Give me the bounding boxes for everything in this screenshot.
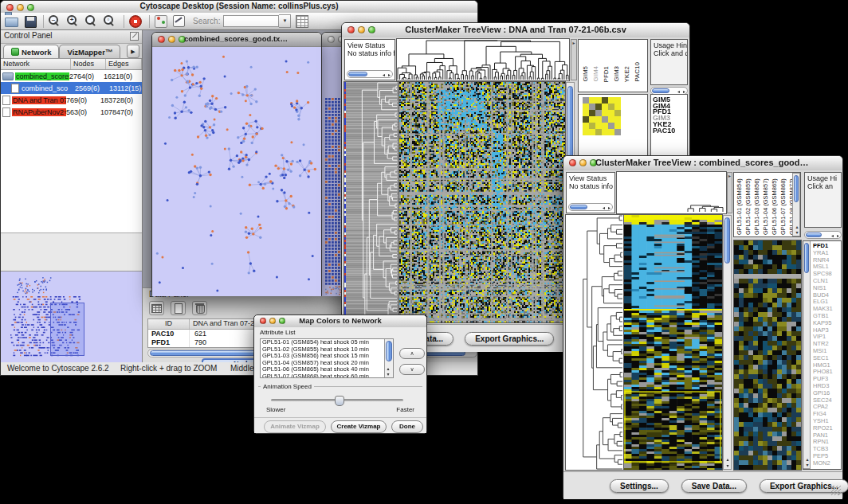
column-label[interactable]: GIM5 bbox=[582, 66, 590, 82]
column-label[interactable]: PFD1 bbox=[603, 66, 610, 82]
network-row[interactable]: DNA and Tran 07 769(0) 183728(0) bbox=[1, 94, 142, 106]
column-label[interactable]: GPL51-06 (GSM865) bbox=[771, 174, 779, 235]
splitter[interactable]: ▸ bbox=[727, 172, 732, 213]
network-row[interactable]: combined_sco 2569(6) 13112(15) bbox=[1, 82, 142, 94]
close-icon[interactable] bbox=[328, 36, 335, 43]
splitter[interactable]: ▸ bbox=[571, 39, 577, 80]
column-label[interactable]: PAC10 bbox=[634, 62, 642, 82]
scrollbar-thumb[interactable] bbox=[386, 341, 392, 361]
column-labels: GPL51-01 (GSM854)GPL51-02 (GSM855)GPL51-… bbox=[736, 174, 796, 235]
scrollbar-thumb[interactable] bbox=[570, 205, 587, 209]
column-label[interactable]: GPL51-02 (GSM855) bbox=[744, 174, 752, 235]
control-panel-title: Control Panel bbox=[4, 31, 53, 40]
select-attributes-icon[interactable] bbox=[149, 301, 164, 315]
column-dendrogram[interactable] bbox=[617, 172, 726, 213]
gene-label[interactable]: MON2 bbox=[813, 460, 833, 467]
scrollbar-thumb[interactable] bbox=[348, 72, 367, 76]
network-row[interactable]: combined_scores 2764(0) 16218(0) bbox=[1, 70, 142, 82]
birdseye-view[interactable] bbox=[1, 271, 142, 362]
similarity-matrix[interactable] bbox=[583, 97, 621, 135]
zoom-out-icon[interactable]: – bbox=[49, 14, 63, 28]
speed-slider[interactable] bbox=[271, 399, 403, 401]
treeview-button[interactable]: Export Graphics... bbox=[465, 332, 554, 346]
vizmapper-icon[interactable] bbox=[155, 14, 169, 28]
attribute-table-icon[interactable] bbox=[296, 14, 310, 28]
help-icon[interactable] bbox=[129, 14, 143, 28]
heatmap[interactable] bbox=[624, 215, 722, 470]
zoom-heatmap[interactable] bbox=[734, 240, 801, 470]
row-dendrogram[interactable] bbox=[344, 82, 398, 322]
column-dendrogram[interactable] bbox=[397, 39, 569, 80]
network-canvas[interactable] bbox=[152, 47, 321, 296]
labels-scrollbar[interactable]: ▴▾ bbox=[792, 173, 800, 236]
resize-grip[interactable] bbox=[831, 486, 841, 495]
save-session-icon[interactable] bbox=[23, 14, 37, 28]
list-scrollbar[interactable]: ▴▾ bbox=[384, 339, 393, 377]
attribute-list[interactable]: GPL51-01 (GSM854) heat shock 05 minGPL51… bbox=[260, 338, 394, 378]
search-input[interactable] bbox=[223, 15, 279, 27]
column-label[interactable]: GPL51-03 (GSM856) bbox=[753, 174, 761, 235]
slider-thumb[interactable] bbox=[335, 396, 344, 406]
new-attribute-icon[interactable] bbox=[171, 301, 186, 315]
scrollbar-thumb[interactable] bbox=[652, 88, 669, 93]
zoom-in-icon[interactable]: + bbox=[67, 14, 81, 28]
tab-vizmapper[interactable]: VizMapper™ bbox=[59, 45, 120, 58]
column-label[interactable]: GPL51-04 (GSM857) bbox=[762, 174, 770, 235]
scrollbar-thumb[interactable] bbox=[804, 243, 809, 273]
scrollbar-thumb[interactable] bbox=[724, 217, 730, 264]
treeview2-title-bar[interactable]: ClusterMaker TreeView : combined_scores_… bbox=[563, 156, 842, 171]
done-button[interactable]: Done bbox=[391, 420, 423, 433]
attribute-item[interactable]: GPL51-07 (GSM868) heat shock 60 min bbox=[261, 373, 393, 378]
control-panel: Control Panel Network VizMapper™ ▶ Netwo… bbox=[1, 30, 143, 362]
zoom-selected-icon[interactable] bbox=[85, 14, 100, 28]
tab-overflow-icon[interactable]: ▶ bbox=[127, 45, 139, 58]
network-icon bbox=[2, 107, 10, 117]
treeview1-title-bar[interactable]: ClusterMaker TreeView : DNA and Tran 07-… bbox=[342, 23, 689, 38]
float-panel-icon[interactable] bbox=[130, 32, 139, 41]
delete-attribute-icon[interactable] bbox=[192, 301, 207, 315]
dialog-title-bar[interactable]: Map Colors to Network bbox=[254, 315, 426, 328]
scrollbar-thumb[interactable] bbox=[794, 175, 799, 202]
main-title-bar[interactable]: Cytoscape Desktop (Session Name: collins… bbox=[1, 1, 477, 14]
treeview-button[interactable]: Settings... bbox=[610, 479, 669, 493]
dialog-title: Map Colors to Network bbox=[254, 316, 426, 325]
open-session-icon[interactable] bbox=[5, 14, 19, 28]
row-dendrogram[interactable] bbox=[566, 215, 623, 470]
attribute-list-label: Attribute List bbox=[260, 329, 295, 336]
zoom-fit-icon[interactable]: ▫ bbox=[104, 14, 118, 28]
scrollbar[interactable]: ◂▸ bbox=[568, 203, 613, 211]
column-label[interactable]: GIM3 bbox=[613, 66, 621, 82]
column-label[interactable]: GPL51-07 (GSM868) bbox=[779, 174, 787, 235]
scrollbar-thumb[interactable] bbox=[806, 232, 822, 237]
column-label[interactable]: YKE2 bbox=[623, 66, 631, 82]
move-up-button[interactable]: ∧ bbox=[399, 348, 425, 359]
main-window-title: Cytoscape Desktop (Session Name: collins… bbox=[1, 2, 477, 10]
move-down-button[interactable]: ∨ bbox=[399, 364, 425, 375]
row-label[interactable]: PAC10 bbox=[653, 128, 687, 135]
dialog-body: Attribute List GPL51-01 (GSM854) heat sh… bbox=[254, 327, 426, 433]
attribute-items: GPL51-01 (GSM854) heat shock 05 minGPL51… bbox=[261, 339, 393, 378]
network-row[interactable]: RNAPuberNov2+ 563(0) 107847(0) bbox=[1, 106, 142, 118]
network-name: RNAPuberNov2+ bbox=[12, 108, 66, 116]
animation-speed-group: Animation Speed Slower Faster bbox=[258, 386, 422, 420]
search-dropdown-icon[interactable]: ▼ bbox=[279, 14, 291, 28]
network-edges-count: 13112(15) bbox=[109, 84, 142, 92]
treeview2-body: View Status No status info f ◂▸ ▸ GPL51-… bbox=[563, 170, 842, 497]
column-label[interactable]: GPL51-01 (GSM854) bbox=[736, 174, 744, 235]
vertical-scrollbar[interactable]: ▴▾ bbox=[723, 215, 732, 470]
network-icon bbox=[11, 84, 19, 93]
create-vizmap-button[interactable]: Create Vizmap bbox=[331, 420, 387, 433]
network-edges-count: 16218(0) bbox=[104, 72, 142, 80]
scrollbar[interactable]: ◂▸ bbox=[347, 70, 393, 78]
treeview1-title: ClusterMaker TreeView : DNA and Tran 07-… bbox=[342, 25, 689, 34]
network-title-bar[interactable]: combined_scores_good.txt--cluste... bbox=[152, 33, 321, 47]
scrollbar[interactable]: ◂▸ bbox=[804, 231, 842, 239]
treeview-button[interactable]: Save Data... bbox=[681, 479, 747, 493]
heatmap[interactable] bbox=[399, 82, 565, 322]
labels-scrollbar[interactable]: ▴▾ bbox=[803, 241, 811, 469]
tab-network[interactable]: Network bbox=[3, 45, 59, 58]
annotation-icon[interactable] bbox=[173, 14, 187, 28]
column-label[interactable]: GIM4 bbox=[592, 66, 600, 82]
network-name: DNA and Tran 07 bbox=[12, 96, 66, 104]
animate-vizmap-button[interactable]: Animate Vizmap bbox=[264, 420, 326, 433]
